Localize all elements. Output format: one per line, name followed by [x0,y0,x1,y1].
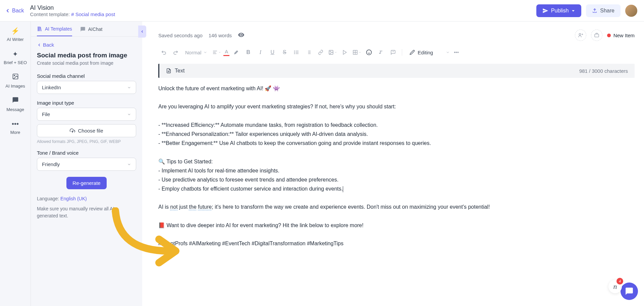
rail-ai-writer[interactable]: ⚡ AI Writer [7,27,23,42]
svg-point-1 [14,75,15,76]
link-button[interactable] [315,47,326,58]
table-button[interactable] [352,47,362,58]
content-line: #EventProfs #AIMarketing #EventTech #Dig… [158,239,635,248]
back-button[interactable]: Back [5,8,24,14]
mode-dropdown[interactable]: Editing [410,50,450,55]
regenerate-button[interactable]: Re-generate [66,177,106,189]
tab-ai-chat[interactable]: AIChat [80,26,103,36]
character-count: 981 / 3000 characters [579,68,628,74]
svg-point-2 [579,34,581,35]
tone-select[interactable]: Friendly [37,158,136,171]
saved-status: Saved seconds ago [158,33,203,38]
svg-point-11 [294,52,295,52]
text-block-header[interactable]: Text 981 / 3000 characters [158,64,635,78]
italic-button[interactable]: I [255,47,266,58]
review-warning: Make sure you manually review all AI gen… [37,205,136,219]
pencil-icon [410,50,415,55]
text-block-label: Text [175,68,184,74]
intercom-icon [625,287,634,296]
content-line: - **Increased Efficiency:** Automate mun… [158,120,635,130]
allowed-formats-text: Allowed formats JPG, JPEG, PNG, GIF, WEB… [37,139,136,144]
svg-rect-3 [595,34,599,37]
user-plus-icon [578,33,583,38]
eye-icon [238,32,245,38]
rail-label: AI Writer [7,37,23,42]
align-button[interactable] [211,47,222,58]
italic-icon: I [260,49,261,55]
clear-format-button[interactable] [376,47,386,58]
chevron-down-icon [446,50,450,54]
chevron-left-icon [37,43,42,47]
strikethrough-icon: S [283,49,286,55]
bold-icon: B [247,49,251,55]
send-icon [542,8,548,14]
add-folder-placeholder[interactable] [591,30,602,41]
sidebar-collapse-handle[interactable] [138,26,146,38]
briefcase-icon [594,33,599,38]
books-icon [37,26,42,32]
content-line: Unlock the future of event marketing wit… [158,84,635,93]
input-type-value: File [42,111,50,117]
content-line: - Employ chatbots for efficient customer… [158,184,635,193]
redo-button[interactable] [170,47,181,58]
rail-message[interactable]: Message [6,97,24,112]
new-item-button[interactable]: New Item [607,33,635,38]
svg-point-22 [367,50,372,55]
svg-point-12 [294,53,295,54]
page-title: AI Vision [30,4,115,11]
content-line: - Use predictive analytics to foresee ev… [158,175,635,184]
highlight-button[interactable] [231,47,241,58]
align-left-icon [212,50,218,55]
content-line: - **Enhanced Personalization:** Tailor e… [158,130,635,139]
upload-icon [592,8,597,13]
chevron-left-icon [140,30,144,34]
undo-icon [161,49,167,55]
underline-button[interactable]: U [267,47,278,58]
text-color-button[interactable]: A [223,49,229,56]
template-label: Content template: [30,11,70,17]
publish-button[interactable]: Publish [536,4,581,17]
comment-button[interactable] [388,47,398,58]
choose-file-button[interactable]: Choose file [37,124,136,137]
language-link[interactable]: English (UK) [60,196,87,201]
preview-button[interactable] [238,32,245,39]
ellipsis-icon: ••• [12,120,19,128]
chat-launcher[interactable] [621,283,638,300]
tab-label: AIChat [88,27,103,32]
user-avatar[interactable] [625,5,637,17]
channel-select[interactable]: LinkedIn [37,81,136,94]
block-style-label: Normal [185,50,201,55]
chevron-down-icon [127,162,131,166]
rail-ai-images[interactable]: AI Images [5,73,25,89]
ordered-list-button[interactable] [303,47,314,58]
share-button[interactable]: Share [586,4,621,17]
tab-label: AI Templates [45,26,72,32]
add-user-placeholder[interactable] [575,30,586,41]
svg-point-10 [294,51,295,51]
undo-button[interactable] [158,47,169,58]
content-line: 🔍 Tips to Get Started: [158,157,635,166]
bold-button[interactable]: B [243,47,254,58]
video-button[interactable] [339,47,350,58]
sidebar-back-button[interactable]: Back [37,42,136,48]
svg-point-17 [330,51,331,52]
bullet-list-button[interactable] [291,47,302,58]
image-button[interactable] [327,47,338,58]
channel-label: Social media channel [37,73,136,79]
rail-more[interactable]: ••• More [10,120,20,135]
content-body[interactable]: Unlock the future of event marketing wit… [158,84,635,248]
emoji-button[interactable] [364,47,374,58]
strikethrough-button[interactable]: S [279,47,290,58]
template-link[interactable]: # Social media post [71,11,115,17]
toolbar-more-button[interactable]: ••• [454,50,459,55]
content-line: - Implement AI tools for real-time atten… [158,166,635,175]
tone-value: Friendly [42,161,60,167]
rail-brief-seo[interactable]: ✦ Brief + SEO [4,50,27,65]
input-type-select[interactable]: File [37,108,136,121]
left-rail: ⚡ AI Writer ✦ Brief + SEO AI Images Mess… [0,21,31,306]
editor-area: Saved seconds ago 146 words New Item [142,21,644,306]
helper-badge[interactable]: n 4 [608,280,622,293]
block-style-dropdown[interactable]: Normal [182,48,210,57]
tab-ai-templates[interactable]: AI Templates [37,26,72,36]
sidebar-title: Social media post from image [37,52,136,59]
